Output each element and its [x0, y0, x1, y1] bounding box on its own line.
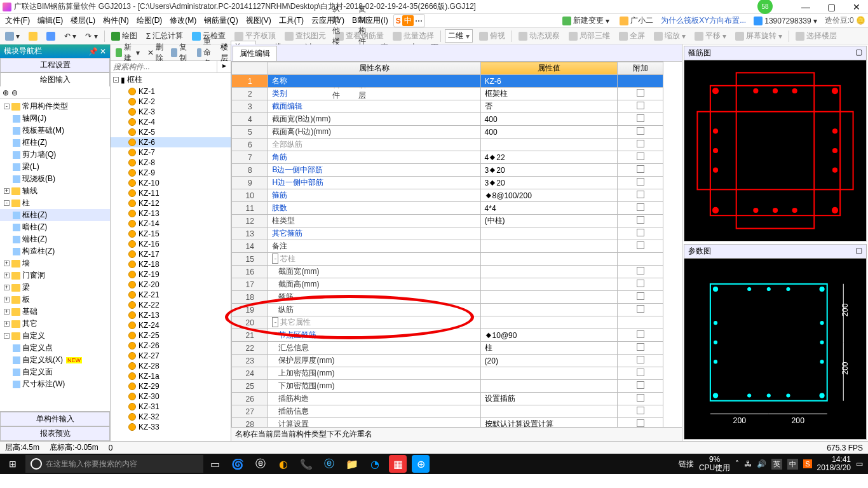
checkbox[interactable]	[637, 280, 644, 287]
grid-row[interactable]: 27 插筋信息	[232, 405, 663, 418]
param-diagram-canvas[interactable]: 200 200 200 200	[684, 259, 866, 439]
grid-row[interactable]: 25 下加密范围(mm)	[232, 380, 663, 393]
kz-item[interactable]: KZ-18	[111, 259, 231, 269]
grid-row[interactable]: 21 节点区箍筋⯁10@90	[232, 329, 663, 342]
grid-row[interactable]: 7角筋4⯁22	[232, 151, 663, 164]
kz-item[interactable]: KZ-28	[111, 361, 231, 371]
tray-up-icon[interactable]: ˄	[735, 459, 739, 468]
tree-node[interactable]: +梁	[0, 281, 110, 294]
pan-button[interactable]: 平移 ▾	[692, 29, 729, 43]
fullscreen-button[interactable]: 全屏	[616, 29, 648, 43]
bird-view-button[interactable]: 俯视	[477, 29, 508, 43]
checkbox[interactable]	[637, 394, 644, 402]
checkbox[interactable]	[637, 419, 644, 427]
col-add[interactable]: 附加	[618, 62, 663, 75]
search-input[interactable]	[111, 61, 217, 72]
menu-modify[interactable]: 修改(M)	[167, 14, 199, 27]
local-3d-button[interactable]: 局部三维	[566, 29, 613, 43]
rebar-diagram-canvas[interactable]	[684, 60, 866, 241]
grid-row[interactable]: 1名称KZ-6	[232, 75, 663, 88]
ime-indicator[interactable]: S 中 ⋯	[393, 14, 425, 27]
kz-item[interactable]: KZ-19	[111, 269, 231, 280]
checkbox[interactable]	[637, 127, 644, 135]
kz-item[interactable]: KZ-5	[111, 127, 231, 137]
dyn-view-button[interactable]: 动态观察	[516, 29, 562, 43]
col-value[interactable]: 属性值	[480, 62, 618, 75]
kz-item[interactable]: KZ-14	[111, 219, 231, 229]
checkbox[interactable]	[637, 407, 644, 414]
property-grid[interactable]: 属性名称 属性值 附加 1名称KZ-62类别框架柱3截面编辑否4截面宽(B边)(…	[231, 62, 663, 427]
taskbar-edge[interactable]: ⓔ	[252, 455, 269, 473]
dim-combo[interactable]: 二维▾	[445, 29, 473, 43]
kz-item[interactable]: KZ-33	[111, 422, 231, 432]
kz-item[interactable]: KZ-12	[111, 198, 231, 208]
taskbar-explorer[interactable]: 📁	[343, 455, 361, 473]
checkbox[interactable]	[637, 267, 644, 274]
menu-draw[interactable]: 绘图(D)	[134, 14, 165, 27]
minimize-button[interactable]: —	[797, 2, 815, 12]
grid-row[interactable]: 19 纵筋	[232, 304, 663, 316]
checkbox[interactable]	[637, 140, 644, 147]
grid-row[interactable]: 10箍筋⯁8@100/200	[232, 189, 663, 202]
grid-row[interactable]: 5截面高(H边)(mm)400	[232, 126, 663, 139]
kz-item[interactable]: KZ-6	[111, 137, 231, 147]
kz-item[interactable]: KZ-2	[111, 97, 231, 107]
grid-row[interactable]: 14备注	[232, 240, 663, 253]
tree-node[interactable]: 梁(L)	[0, 161, 110, 173]
search-go-button[interactable]: ▸	[217, 61, 231, 72]
tray-network-icon[interactable]: 🖧	[744, 459, 752, 468]
lang-sogou-icon[interactable]: S	[803, 459, 811, 468]
grid-row[interactable]: 12柱类型(中柱)	[232, 215, 663, 227]
kz-item[interactable]: KZ-25	[111, 330, 231, 341]
grid-row[interactable]: 13其它箍筋	[232, 227, 663, 240]
tree-node[interactable]: +板	[0, 294, 110, 306]
tree-node[interactable]: -柱	[0, 197, 110, 209]
tree-node[interactable]: +其它	[0, 318, 110, 330]
grid-row[interactable]: 26 插筋构造设置插筋	[232, 393, 663, 405]
grid-row[interactable]: 8B边一侧中部筋3⯁20	[232, 164, 663, 177]
new-change-button[interactable]: 新建变更 ▾	[560, 14, 612, 27]
tree-node[interactable]: 自定义线(X)NEW	[0, 354, 110, 366]
checkbox[interactable]	[637, 330, 644, 338]
tree-node[interactable]: -自定义	[0, 330, 110, 342]
tab-property-edit[interactable]: 属性编辑	[233, 46, 277, 61]
tree-node[interactable]: 框柱(Z)	[0, 137, 110, 149]
kz-item[interactable]: KZ-17	[111, 249, 231, 259]
kz-item[interactable]: KZ-1	[111, 86, 231, 97]
kz-item[interactable]: KZ-8	[111, 158, 231, 168]
tree-node[interactable]: 构造柱(Z)	[0, 245, 110, 257]
select-floor-button[interactable]: 选择楼层	[793, 29, 839, 43]
checkbox[interactable]	[637, 102, 644, 109]
kz-item[interactable]: KZ-20	[111, 280, 231, 290]
screen-rotate-button[interactable]: 屏幕旋转 ▾	[733, 29, 785, 43]
tree-node[interactable]: 尺寸标注(W)	[0, 378, 110, 390]
param-close-icon[interactable]: ▢	[855, 246, 862, 257]
tab-project-settings[interactable]: 工程设置	[0, 58, 110, 72]
kz-item[interactable]: KZ-22	[111, 300, 231, 310]
col-name[interactable]: 属性名称	[268, 62, 480, 75]
checkbox[interactable]	[637, 114, 644, 122]
grid-row[interactable]: 6全部纵筋	[232, 139, 663, 151]
kz-item[interactable]: KZ-13	[111, 208, 231, 219]
tray-volume-icon[interactable]: 🔊	[757, 459, 766, 468]
redo-button[interactable]: ↷ ▾	[83, 30, 100, 42]
tree-node[interactable]: +门窗洞	[0, 269, 110, 281]
grid-row[interactable]: 18 箍筋	[232, 291, 663, 304]
grid-row[interactable]: 28 计算设置按默认计算设置计算	[232, 418, 663, 428]
checkbox[interactable]	[637, 369, 644, 376]
tree-node[interactable]: 自定义点	[0, 342, 110, 354]
checkbox[interactable]	[637, 229, 644, 236]
grid-row[interactable]: 11肢数4*4	[232, 202, 663, 215]
kz-item[interactable]: KZ-1a	[111, 371, 231, 381]
tree-node[interactable]: 现浇板(B)	[0, 173, 110, 185]
grid-row[interactable]: 16 截面宽(mm)	[232, 266, 663, 278]
checkbox[interactable]	[637, 305, 644, 313]
kz-item[interactable]: KZ-10	[111, 178, 231, 188]
menu-steel[interactable]: 钢筋量(Q)	[201, 14, 240, 27]
checkbox[interactable]	[637, 152, 644, 160]
task-view-button[interactable]: ▭	[206, 455, 224, 473]
expand-icon[interactable]: ⊕	[3, 88, 9, 97]
grid-row[interactable]: 15-芯柱	[232, 253, 663, 266]
menu-tools[interactable]: 工具(T)	[276, 14, 306, 27]
kz-item[interactable]: KZ-27	[111, 351, 231, 361]
